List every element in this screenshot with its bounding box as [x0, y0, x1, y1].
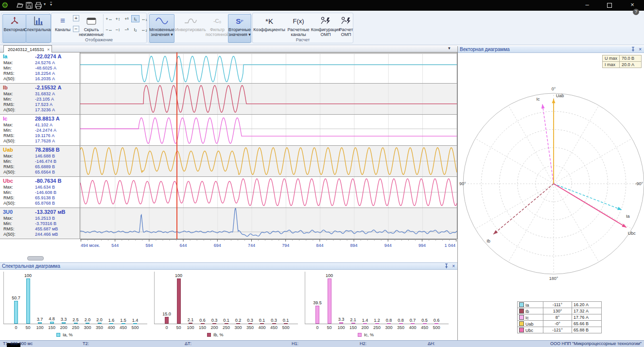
- bar[interactable]: [435, 323, 438, 324]
- pin-icon[interactable]: [444, 263, 449, 270]
- bar[interactable]: [399, 323, 403, 324]
- bar[interactable]: [50, 322, 54, 324]
- bar[interactable]: [74, 323, 78, 324]
- bar[interactable]: [260, 323, 264, 324]
- waveform-plot[interactable]: [80, 146, 457, 176]
- secondary-values-button[interactable]: SP Вторичные значения ▾: [228, 14, 251, 43]
- bar[interactable]: [248, 323, 252, 324]
- bar[interactable]: [351, 323, 355, 324]
- add-channel-button[interactable]: +: [73, 15, 79, 21]
- display-icon-8[interactable]: I₂: [131, 26, 139, 33]
- invert-button[interactable]: Инвертировать: [174, 14, 207, 43]
- close-button[interactable]: ×: [624, 0, 641, 11]
- display-icon-1[interactable]: +↕: [114, 15, 122, 22]
- dc-filter-button[interactable]: -C₀ Фильтр постоянной: [206, 14, 229, 43]
- bar[interactable]: [122, 323, 125, 324]
- bar[interactable]: [236, 323, 240, 324]
- omp-calc-button[interactable]: Расчет ОМП: [338, 14, 354, 40]
- document-tab[interactable]: 20240312_145531 ×: [3, 45, 52, 53]
- bar[interactable]: [62, 322, 66, 324]
- waveform-plot[interactable]: [80, 115, 457, 145]
- bar[interactable]: [272, 323, 276, 324]
- bar[interactable]: [14, 301, 18, 324]
- bar[interactable]: [387, 323, 391, 324]
- stat-value: 24.5276 А: [35, 60, 55, 65]
- polar-diagram[interactable]: 0°90°-90°180°IaIbIcUabUbc: [458, 53, 644, 306]
- time-tick-label: 894: [350, 243, 358, 248]
- tab-close-icon[interactable]: ×: [47, 47, 50, 52]
- instant-values-button[interactable]: Мгновенные значения ▾: [149, 14, 174, 43]
- bar[interactable]: [38, 322, 42, 324]
- display-icon-9[interactable]: ↔₂: [140, 26, 148, 33]
- display-icon-6[interactable]: −↕: [114, 26, 122, 33]
- bar[interactable]: [284, 323, 288, 324]
- ribbon: Векторная Спектральная ≡ Каналы + −: [0, 11, 644, 45]
- coefficients-button[interactable]: *K Коэффициенты: [254, 14, 285, 38]
- bar[interactable]: [225, 323, 228, 324]
- bar[interactable]: [109, 323, 113, 324]
- spectral-view-button[interactable]: Спектральная: [26, 14, 51, 43]
- open-icon[interactable]: [16, 1, 24, 9]
- bar[interactable]: [423, 323, 427, 324]
- pin-icon[interactable]: [631, 47, 635, 53]
- vector-view-button[interactable]: Векторная: [2, 14, 26, 43]
- display-icon-0[interactable]: +↔: [105, 15, 113, 22]
- display-icon-2[interactable]: +ˢ: [122, 15, 131, 22]
- bar[interactable]: [165, 317, 169, 324]
- polar-axis-label: 90°: [459, 181, 466, 186]
- print-icon[interactable]: [35, 1, 42, 9]
- bar[interactable]: [339, 322, 343, 324]
- remove-channel-button[interactable]: −: [73, 26, 79, 32]
- vector-label: Ic: [536, 97, 540, 102]
- waveform-plot[interactable]: [80, 84, 457, 114]
- bar[interactable]: [212, 323, 216, 324]
- calc-group-label: Расчет: [253, 37, 353, 42]
- close-panel-icon[interactable]: ×: [639, 47, 642, 52]
- hide-unchanged-button[interactable]: Скрыть неизменные: [80, 14, 103, 40]
- tab-list-dropdown-icon[interactable]: ▾: [448, 46, 451, 51]
- waveform-plot[interactable]: [80, 52, 457, 83]
- bar[interactable]: [86, 323, 89, 324]
- vector-table-cell: 8°: [543, 314, 572, 321]
- channel-name: 3U0: [3, 209, 13, 215]
- waveform-plot[interactable]: [80, 177, 457, 208]
- spectral-view-label: Спектральная: [24, 27, 52, 32]
- spectral-panel-title: Спектральная диаграмма: [2, 263, 60, 269]
- bar[interactable]: [26, 278, 30, 324]
- channels-button[interactable]: ≡ Каналы: [52, 14, 73, 38]
- bar[interactable]: [177, 278, 181, 324]
- bar[interactable]: [98, 323, 102, 324]
- legend-label: Ib, %: [213, 332, 224, 337]
- bar[interactable]: [375, 323, 379, 324]
- bar[interactable]: [328, 278, 331, 324]
- bar[interactable]: [189, 323, 192, 324]
- bar[interactable]: [363, 323, 367, 324]
- vector-table-cell: -111°: [543, 302, 572, 308]
- display-icon-4[interactable]: ↔₁: [140, 15, 148, 22]
- close-panel-icon[interactable]: ×: [452, 263, 455, 269]
- time-cursor[interactable]: [176, 52, 177, 239]
- stat-value: 244.466 мВ: [35, 232, 58, 237]
- bar[interactable]: [315, 306, 319, 324]
- display-icon-5[interactable]: −↔: [105, 26, 113, 33]
- calc-channels-button[interactable]: F(x) Расчетные каналы: [284, 14, 313, 40]
- save-icon[interactable]: [25, 1, 33, 9]
- display-icon-7[interactable]: −ˢ: [122, 26, 131, 33]
- print-dropdown-icon[interactable]: ▾: [44, 2, 46, 6]
- omp-config-button[interactable]: Конфигурация ОМП: [312, 14, 339, 40]
- bar[interactable]: [201, 323, 205, 324]
- maximize-icon: [607, 3, 612, 8]
- maximize-button[interactable]: [601, 0, 618, 11]
- status-item-3: Н1:: [292, 341, 298, 346]
- display-icon-3[interactable]: I₁: [131, 15, 139, 22]
- plot-top-scrollbar[interactable]: [80, 52, 457, 54]
- waveform-plot[interactable]: [80, 208, 457, 239]
- horizontal-scrollbar-thumb[interactable]: [27, 256, 44, 260]
- minimize-button[interactable]: –: [579, 0, 595, 11]
- help-icon[interactable]: ?: [633, 9, 639, 15]
- quick-access-customize-icon[interactable]: ▾: [50, 2, 52, 7]
- bar[interactable]: [411, 323, 415, 324]
- vector-label: Uab: [556, 93, 564, 98]
- legend-swatch: [358, 333, 362, 337]
- bar[interactable]: [133, 323, 137, 324]
